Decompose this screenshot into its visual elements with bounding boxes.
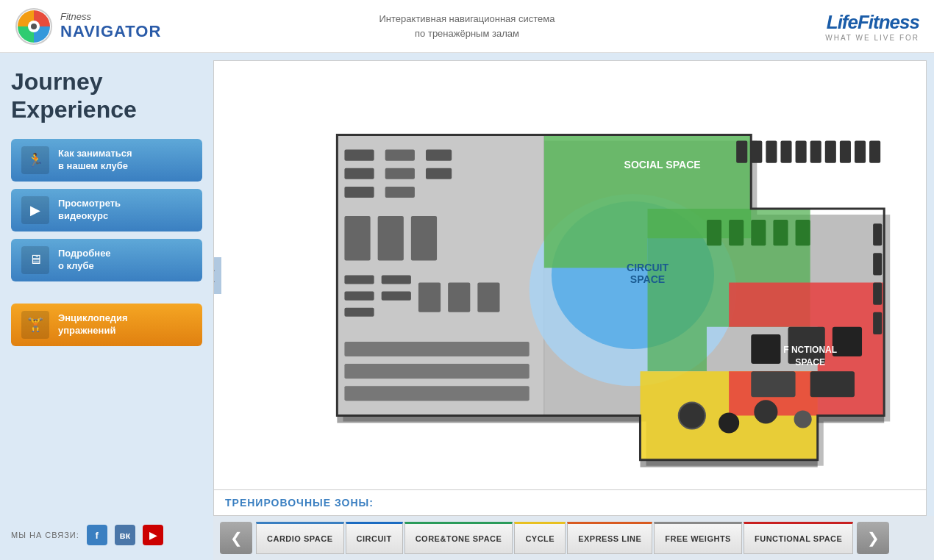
btn-how-label: Как заниматься в нашем клубе [58, 148, 132, 173]
svg-text:F NCTIONAL: F NCTIONAL [783, 345, 837, 355]
next-arrow-button[interactable]: ❯ [857, 522, 889, 554]
svg-rect-64 [729, 220, 744, 245]
svg-rect-19 [426, 150, 452, 161]
social-label: МЫ НА СВЯЗИ: [11, 531, 79, 539]
video-icon: ▶ [21, 196, 49, 224]
svg-rect-21 [344, 216, 370, 260]
svg-rect-45 [873, 223, 882, 245]
svg-rect-49 [751, 334, 780, 364]
btn-how-to[interactable]: 🏃 Как заниматься в нашем клубе [11, 139, 202, 182]
svg-rect-29 [418, 283, 441, 312]
svg-rect-32 [344, 342, 529, 356]
svg-text:SPACE: SPACE [630, 273, 665, 285]
svg-rect-27 [382, 276, 411, 284]
sidebar-title: Journey Experience [11, 68, 202, 124]
social-area: МЫ НА СВЯЗИ: f вк ▶ [11, 517, 202, 545]
svg-rect-40 [810, 141, 821, 163]
svg-rect-18 [385, 187, 415, 198]
svg-rect-37 [766, 141, 777, 163]
btn-video-label: Просмотреть видеокурс [58, 198, 121, 223]
zone-btn-coretone[interactable]: CORE&TONE SPACE [404, 522, 513, 554]
content-area: ❮ [213, 53, 934, 560]
svg-rect-28 [382, 292, 411, 301]
zone-btn-express[interactable]: EXPRESS LINE [567, 522, 652, 554]
svg-rect-48 [873, 312, 882, 334]
encyclopedia-icon: 🏋 [21, 311, 49, 339]
svg-point-2 [31, 24, 37, 29]
sidebar: Journey Experience 🏃 Как заниматься в на… [0, 53, 213, 560]
btn-video[interactable]: ▶ Просмотреть видеокурс [11, 189, 202, 231]
svg-rect-63 [707, 220, 721, 245]
svg-text:SOCIAL SPACE: SOCIAL SPACE [624, 159, 701, 170]
svg-rect-16 [385, 150, 415, 161]
svg-text:CIRCUIT: CIRCUIT [627, 262, 669, 273]
svg-rect-30 [448, 283, 470, 312]
svg-rect-26 [344, 308, 374, 317]
zone-label-text: ТРЕНИРОВОЧНЫЕ ЗОНЫ: [225, 497, 374, 509]
svg-rect-15 [344, 187, 374, 198]
zone-btn-functional[interactable]: FUNCTIONAL SPACE [744, 522, 853, 554]
svg-point-62 [794, 410, 812, 428]
svg-rect-17 [385, 168, 415, 179]
header: Fitness NAVIGATOR Интерактивная навигаци… [0, 0, 934, 53]
svg-rect-20 [426, 168, 452, 179]
svg-rect-43 [855, 141, 866, 163]
main-layout: Journey Experience 🏃 Как заниматься в на… [0, 53, 934, 560]
zone-btn-cycle[interactable]: CYCLE [514, 522, 566, 554]
svg-rect-53 [810, 371, 855, 397]
bottom-navigation: ❮ CARDIO SPACE CIRCUIT CORE&TONE SPACE C… [213, 516, 934, 560]
svg-rect-34 [344, 386, 529, 401]
lf-brand-text: LifeFitness [825, 11, 919, 34]
prev-arrow-button[interactable]: ❮ [220, 522, 252, 554]
svg-rect-39 [796, 141, 807, 163]
gym-map: ❮ [213, 60, 927, 490]
about-icon: 🖥 [21, 246, 49, 274]
svg-rect-31 [477, 283, 499, 312]
svg-rect-25 [344, 292, 374, 301]
svg-rect-65 [751, 220, 766, 245]
zone-label-bar: ТРЕНИРОВОЧНЫЕ ЗОНЫ: [213, 490, 927, 516]
logo-text: Fitness NAVIGATOR [60, 12, 161, 40]
btn-encyclopedia[interactable]: 🏋 Энциклопедия упражнений [11, 304, 202, 346]
svg-rect-67 [796, 220, 810, 245]
svg-rect-38 [780, 141, 791, 163]
logo-icon [15, 7, 53, 46]
gym-floorplan: CIRCUIT SPACE SOCIAL SPACE F NCTIONAL SP… [214, 61, 926, 489]
btn-about[interactable]: 🖥 Подробнее о клубе [11, 239, 202, 281]
svg-rect-41 [825, 141, 836, 163]
logo-navigator-text: NAVIGATOR [60, 23, 161, 40]
svg-rect-44 [869, 141, 880, 163]
how-icon: 🏃 [21, 146, 49, 174]
vk-icon[interactable]: вк [115, 525, 135, 545]
btn-encyclopedia-label: Энциклопедия упражнений [58, 312, 128, 337]
header-subtitle: Интерактивная навигационная система по т… [379, 12, 555, 40]
lf-tagline-text: WHAT WE LIVE FOR [825, 34, 919, 42]
svg-rect-13 [344, 150, 374, 161]
zone-btn-cardio[interactable]: CARDIO SPACE [256, 522, 344, 554]
facebook-icon[interactable]: f [87, 525, 107, 545]
svg-rect-35 [736, 141, 747, 163]
svg-rect-47 [873, 283, 882, 305]
svg-text:SPACE: SPACE [795, 357, 825, 367]
svg-rect-14 [344, 168, 374, 179]
svg-point-61 [754, 400, 777, 423]
svg-rect-46 [873, 253, 882, 275]
life-fitness-logo: LifeFitness WHAT WE LIVE FOR [825, 11, 919, 42]
svg-rect-22 [378, 216, 404, 260]
svg-rect-36 [751, 141, 762, 163]
collapse-button[interactable]: ❮ [213, 257, 221, 294]
svg-rect-24 [344, 276, 374, 284]
logo-area: Fitness NAVIGATOR [15, 7, 161, 46]
svg-point-59 [679, 402, 705, 428]
svg-rect-23 [411, 216, 437, 260]
logo-fitness-text: Fitness [60, 12, 161, 22]
svg-rect-66 [773, 220, 788, 245]
zone-btn-circuit[interactable]: CIRCUIT [346, 522, 403, 554]
svg-rect-52 [751, 371, 795, 397]
zone-btn-freeweights[interactable]: FREE WEIGHTS [654, 522, 742, 554]
svg-rect-42 [840, 141, 851, 163]
svg-rect-33 [344, 364, 529, 378]
btn-about-label: Подробнее о клубе [58, 248, 111, 273]
youtube-icon[interactable]: ▶ [143, 525, 163, 545]
svg-point-60 [719, 412, 739, 433]
